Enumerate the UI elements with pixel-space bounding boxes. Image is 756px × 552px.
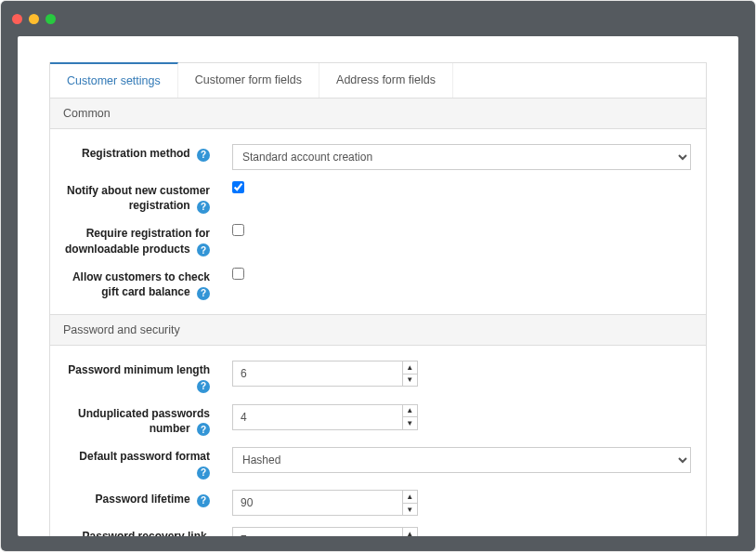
- maximize-icon[interactable]: [46, 14, 56, 24]
- window-titlebar: [1, 1, 755, 36]
- notify-new-customer-label: Notify about new customer registration: [67, 184, 210, 212]
- password-lifetime-input[interactable]: [233, 491, 402, 515]
- stepper-up-icon[interactable]: ▲: [403, 361, 417, 375]
- allow-gift-card-balance-label: Allow customers to check gift card balan…: [72, 270, 210, 298]
- password-lifetime-label: Password lifetime: [96, 493, 190, 506]
- tab-bar: Customer settings Customer form fields A…: [49, 62, 707, 98]
- close-icon[interactable]: [12, 14, 22, 24]
- stepper-down-icon[interactable]: ▼: [403, 417, 417, 429]
- default-password-format-label: Default password format: [79, 450, 210, 463]
- password-recovery-days-input[interactable]: [233, 528, 402, 536]
- help-icon[interactable]: ?: [197, 201, 210, 214]
- notify-new-customer-checkbox[interactable]: [232, 181, 244, 193]
- require-registration-dl-label: Require registration for downloadable pr…: [65, 227, 210, 255]
- help-icon[interactable]: ?: [197, 149, 210, 162]
- stepper-down-icon[interactable]: ▼: [403, 504, 417, 516]
- allow-gift-card-balance-checkbox[interactable]: [232, 268, 244, 280]
- password-min-length-label: Password minimum length: [68, 363, 210, 376]
- help-icon[interactable]: ?: [197, 423, 210, 436]
- help-icon[interactable]: ?: [197, 380, 210, 393]
- section-password-header: Password and security: [50, 314, 706, 346]
- password-min-length-input[interactable]: [233, 361, 402, 386]
- stepper-down-icon[interactable]: ▼: [403, 375, 417, 387]
- tab-customer-form-fields[interactable]: Customer form fields: [178, 63, 319, 98]
- tab-customer-settings[interactable]: Customer settings: [50, 62, 178, 98]
- help-icon[interactable]: ?: [197, 287, 210, 300]
- default-password-format-select[interactable]: Hashed: [232, 447, 691, 473]
- registration-method-select[interactable]: Standard account creation: [232, 144, 691, 170]
- help-icon[interactable]: ?: [197, 494, 210, 507]
- stepper-up-icon[interactable]: ▲: [403, 405, 417, 418]
- section-common-header: Common: [50, 98, 706, 129]
- stepper-up-icon[interactable]: ▲: [403, 491, 417, 504]
- tab-address-form-fields[interactable]: Address form fields: [319, 63, 453, 98]
- minimize-icon[interactable]: [29, 14, 39, 24]
- help-icon[interactable]: ?: [197, 467, 210, 480]
- require-registration-dl-checkbox[interactable]: [232, 224, 244, 236]
- unduplicated-passwords-input[interactable]: [233, 405, 402, 429]
- help-icon[interactable]: ?: [197, 243, 210, 256]
- registration-method-label: Registration method: [82, 147, 190, 160]
- stepper-up-icon[interactable]: ▲: [403, 528, 417, 536]
- unduplicated-passwords-label: Unduplicated passwords number: [78, 407, 210, 435]
- password-recovery-days-label: Password recovery link. Days valid: [83, 530, 210, 536]
